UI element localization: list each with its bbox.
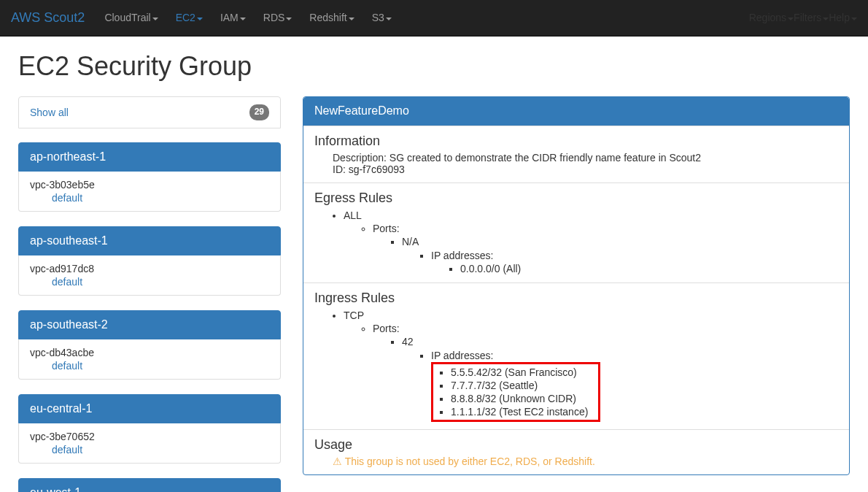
region-header[interactable]: eu-west-1 xyxy=(18,478,281,492)
id-value: sg-f7c69093 xyxy=(349,164,405,175)
vpc-body: vpc-db43acbedefault xyxy=(18,339,281,380)
ingress-ip: 8.8.8.8/32 (Unknown CIDR) xyxy=(451,392,588,405)
egress-section: Egress Rules ALL Ports: N/A IP addresses… xyxy=(303,182,849,282)
vpc-body: vpc-ad917dc8default xyxy=(18,255,281,296)
nav-item-s3[interactable]: S3 xyxy=(363,0,400,35)
chevron-down-icon xyxy=(823,18,829,20)
info-section: Information Description: SG created to d… xyxy=(303,126,849,182)
id-label: ID: xyxy=(333,164,349,175)
chevron-down-icon xyxy=(240,18,246,20)
vpc-body: vpc-3b03eb5edefault xyxy=(18,172,281,212)
nav-item-iam[interactable]: IAM xyxy=(212,0,255,35)
chevron-down-icon xyxy=(349,18,354,20)
vpc-id: vpc-3b03eb5e xyxy=(30,179,269,191)
ingress-section: Ingress Rules TCP Ports: 42 IP addresses… xyxy=(303,282,849,430)
vpc-id: vpc-db43acbe xyxy=(30,347,269,358)
top-navbar: AWS Scout2 CloudTrailEC2IAMRDSRedshiftS3… xyxy=(0,0,868,36)
region-header[interactable]: eu-central-1 xyxy=(18,394,281,423)
vpc-body: vpc-3be70652default xyxy=(18,423,281,464)
ingress-proto: TCP xyxy=(344,309,838,322)
ingress-ip: 5.5.5.42/32 (San Francisco) xyxy=(451,366,588,379)
egress-ip: 0.0.0.0/0 (All) xyxy=(460,262,838,275)
usage-text: This group is not used by either EC2, RD… xyxy=(345,456,595,467)
sidebar: Show all 29 ap-northeast-1vpc-3b03eb5ede… xyxy=(18,96,281,492)
nav-item-redshift[interactable]: Redshift xyxy=(301,0,363,35)
region-header[interactable]: ap-southeast-1 xyxy=(18,226,281,255)
page-title: EC2 Security Group xyxy=(18,51,850,82)
ingress-ip: 7.7.7.7/32 (Seattle) xyxy=(451,379,588,392)
nav-item-regions[interactable]: Regions xyxy=(749,12,794,23)
egress-ip-label: IP addresses: xyxy=(431,249,838,262)
region-panel: ap-northeast-1vpc-3b03eb5edefault xyxy=(18,142,281,212)
sg-link[interactable]: default xyxy=(52,444,269,456)
ingress-ip-label: IP addresses: xyxy=(431,349,838,362)
description-line: Description: SG created to demonstrate t… xyxy=(333,152,838,164)
sg-link[interactable]: default xyxy=(52,360,269,372)
show-all-link[interactable]: Show all xyxy=(30,106,69,119)
vpc-id: vpc-ad917dc8 xyxy=(30,263,269,274)
show-all-list: Show all 29 xyxy=(18,96,281,128)
chevron-down-icon xyxy=(851,18,857,20)
sg-detail-panel: NewFeatureDemo Information Description: … xyxy=(303,96,850,475)
region-header[interactable]: ap-southeast-2 xyxy=(18,310,281,339)
sg-link[interactable]: default xyxy=(52,192,269,204)
brand-link[interactable]: AWS Scout2 xyxy=(11,0,96,36)
usage-heading: Usage xyxy=(314,437,838,453)
ingress-port: 42 xyxy=(402,335,838,348)
egress-port: N/A xyxy=(402,235,838,248)
nav-item-cloudtrail[interactable]: CloudTrail xyxy=(96,0,166,35)
egress-proto: ALL xyxy=(344,209,838,222)
ingress-heading: Ingress Rules xyxy=(314,291,838,306)
egress-ports-label: Ports: xyxy=(373,222,838,235)
sg-detail-title[interactable]: NewFeatureDemo xyxy=(303,97,849,126)
chevron-down-icon xyxy=(788,18,794,20)
nav-right: RegionsFiltersHelp xyxy=(749,11,857,24)
warning-icon: ⚠ xyxy=(333,456,342,467)
chevron-down-icon xyxy=(286,18,292,20)
main-content: NewFeatureDemo Information Description: … xyxy=(303,96,850,492)
nav-item-filters[interactable]: Filters xyxy=(794,12,829,23)
description-label: Description: xyxy=(333,152,390,164)
chevron-down-icon xyxy=(152,18,158,20)
ingress-ip: 1.1.1.1/32 (Test EC2 instance) xyxy=(451,405,588,418)
region-panel: eu-west-1 xyxy=(18,478,281,492)
egress-heading: Egress Rules xyxy=(314,191,838,206)
chevron-down-icon xyxy=(386,18,392,20)
chevron-down-icon xyxy=(197,18,203,20)
nav-item-rds[interactable]: RDS xyxy=(255,0,301,35)
ingress-ports-label: Ports: xyxy=(373,322,838,335)
nav-item-ec2[interactable]: EC2 xyxy=(167,0,212,35)
nav-left: CloudTrailEC2IAMRDSRedshiftS3 xyxy=(96,0,400,35)
info-heading: Information xyxy=(314,134,838,149)
region-panel: ap-southeast-2vpc-db43acbedefault xyxy=(18,310,281,380)
description-value: SG created to demonstrate the CIDR frien… xyxy=(390,152,701,164)
nav-item-help[interactable]: Help xyxy=(829,12,857,23)
show-all-item[interactable]: Show all 29 xyxy=(18,96,281,128)
id-line: ID: sg-f7c69093 xyxy=(333,164,838,175)
region-panel: ap-southeast-1vpc-ad917dc8default xyxy=(18,226,281,296)
vpc-id: vpc-3be70652 xyxy=(30,431,269,442)
sg-link[interactable]: default xyxy=(52,276,269,288)
highlighted-ips-box: 5.5.5.42/32 (San Francisco)7.7.7.7/32 (S… xyxy=(431,362,600,423)
usage-section: Usage ⚠ This group is not used by either… xyxy=(303,429,849,474)
region-header[interactable]: ap-northeast-1 xyxy=(18,142,281,172)
region-panel: eu-central-1vpc-3be70652default xyxy=(18,394,281,464)
show-all-badge: 29 xyxy=(249,104,269,120)
